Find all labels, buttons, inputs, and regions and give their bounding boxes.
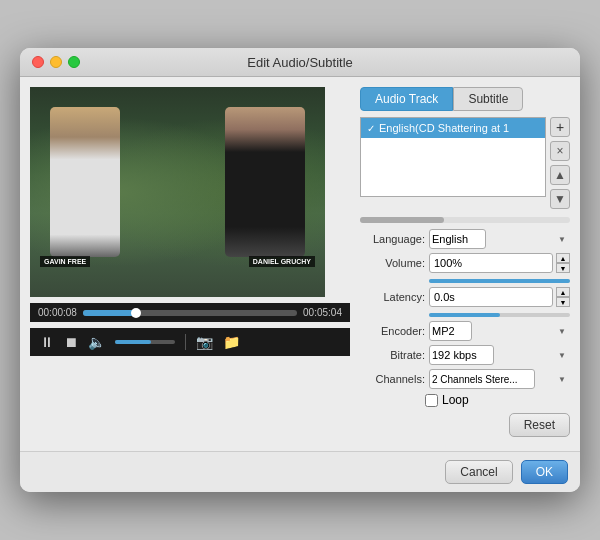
separator [185,334,186,350]
latency-label: Latency: [360,291,425,303]
progress-bar-container: 00:00:08 00:05:04 [30,303,350,322]
time-total: 00:05:04 [303,307,342,318]
footer: Cancel OK [20,451,580,492]
bitrate-select[interactable]: 192 kbps [429,345,494,365]
language-label: Language: [360,233,425,245]
latency-stepper: ▲ ▼ [556,287,570,307]
language-row: Language: English [360,229,570,249]
folder-button[interactable]: 📁 [223,334,240,350]
loop-label: Loop [442,393,469,407]
tab-subtitle[interactable]: Subtitle [453,87,523,111]
latency-up-button[interactable]: ▲ [556,287,570,297]
latency-input[interactable] [429,287,553,307]
progress-track[interactable] [83,310,297,316]
snapshot-button[interactable]: 📷 [196,334,213,350]
right-panel: Audio Track Subtitle ✓ English(CD Shatte… [360,87,570,441]
track-item[interactable]: ✓ English(CD Shattering at 1 [361,118,545,138]
bitrate-select-wrapper: 192 kbps [429,345,570,365]
latency-row: Latency: ▲ ▼ [360,287,570,307]
track-label: English(CD Shattering at 1 [379,122,509,134]
video-preview: GAVIN FREE DANIEL GRUCHY [30,87,325,297]
latency-slider-row [360,311,570,317]
track-scrollbar[interactable] [360,217,570,223]
channels-select-wrapper: 2 Channels Stere... [429,369,570,389]
loop-checkbox[interactable] [425,394,438,407]
add-track-button[interactable]: + [550,117,570,137]
volume-label: Volume: [360,257,425,269]
encoder-select-wrapper: MP2 [429,321,570,341]
language-select-wrapper: English [429,229,570,249]
latency-control: ▲ ▼ [429,287,570,307]
tab-audio-track[interactable]: Audio Track [360,87,453,111]
latency-down-button[interactable]: ▼ [556,297,570,307]
title-bar: Edit Audio/Subtitle [20,48,580,77]
latency-slider[interactable] [429,313,570,317]
person-right [225,107,305,257]
volume-slider-row [360,277,570,283]
tabs: Audio Track Subtitle [360,87,570,111]
progress-thumb[interactable] [131,308,141,318]
main-content: GAVIN FREE DANIEL GRUCHY 00:00:08 00:05:… [20,77,580,451]
channels-label: Channels: [360,373,425,385]
encoder-control: MP2 [429,321,570,341]
encoder-label: Encoder: [360,325,425,337]
language-control: English [429,229,570,249]
time-current: 00:00:08 [38,307,77,318]
traffic-lights [32,56,80,68]
volume-icon[interactable]: 🔈 [88,334,105,350]
stop-button[interactable]: ⏹ [64,334,78,350]
settings-grid: Language: English Volume: [360,229,570,407]
name-tag-left: GAVIN FREE [40,256,90,267]
track-list: ✓ English(CD Shattering at 1 [360,117,546,197]
volume-control: ▲ ▼ [429,253,570,273]
encoder-select[interactable]: MP2 [429,321,472,341]
volume-audio-fill [429,279,570,283]
loop-row: Loop [360,393,570,407]
ok-button[interactable]: OK [521,460,568,484]
channels-row: Channels: 2 Channels Stere... [360,369,570,389]
minimize-button[interactable] [50,56,62,68]
volume-input[interactable] [429,253,553,273]
volume-up-button[interactable]: ▲ [556,253,570,263]
latency-fill [429,313,500,317]
bitrate-label: Bitrate: [360,349,425,361]
dialog-title: Edit Audio/Subtitle [247,55,353,70]
channels-select[interactable]: 2 Channels Stere... [429,369,535,389]
move-track-down-button[interactable]: ▼ [550,189,570,209]
language-select[interactable]: English [429,229,486,249]
channels-control: 2 Channels Stere... [429,369,570,389]
track-scrollbar-thumb [360,217,444,223]
maximize-button[interactable] [68,56,80,68]
volume-audio-slider[interactable] [429,279,570,283]
track-list-container: ✓ English(CD Shattering at 1 + × ▲ ▼ [360,117,570,209]
dialog: Edit Audio/Subtitle GAVIN FREE DANIEL GR… [20,48,580,492]
track-check: ✓ [367,123,375,134]
bitrate-control: 192 kbps [429,345,570,365]
track-actions: + × ▲ ▼ [550,117,570,209]
remove-track-button[interactable]: × [550,141,570,161]
volume-fill [115,340,151,344]
bitrate-row: Bitrate: 192 kbps [360,345,570,365]
volume-stepper: ▲ ▼ [556,253,570,273]
name-tag-right: DANIEL GRUCHY [249,256,315,267]
encoder-row: Encoder: MP2 [360,321,570,341]
reset-button[interactable]: Reset [509,413,570,437]
close-button[interactable] [32,56,44,68]
volume-slider[interactable] [115,340,175,344]
volume-down-button[interactable]: ▼ [556,263,570,273]
person-left [50,107,120,257]
reset-area: Reset [360,413,570,437]
pause-button[interactable]: ⏸ [40,334,54,350]
volume-row: Volume: ▲ ▼ [360,253,570,273]
controls-bar: ⏸ ⏹ 🔈 📷 📁 [30,328,350,356]
move-track-up-button[interactable]: ▲ [550,165,570,185]
progress-fill [83,310,137,316]
left-panel: GAVIN FREE DANIEL GRUCHY 00:00:08 00:05:… [30,87,350,441]
cancel-button[interactable]: Cancel [445,460,512,484]
video-scene: GAVIN FREE DANIEL GRUCHY [30,87,325,297]
